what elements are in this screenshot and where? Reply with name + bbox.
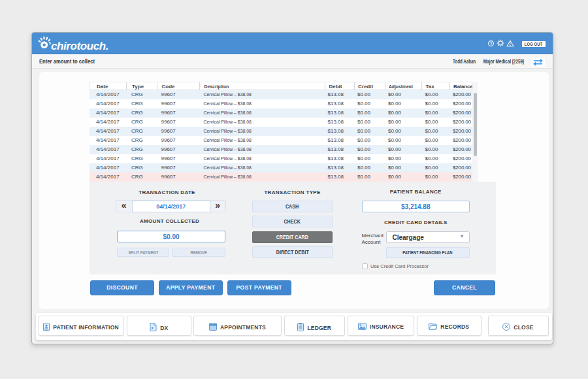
svg-text:?: ? — [489, 41, 492, 45]
svg-text:chirotouch.: chirotouch. — [51, 39, 108, 52]
